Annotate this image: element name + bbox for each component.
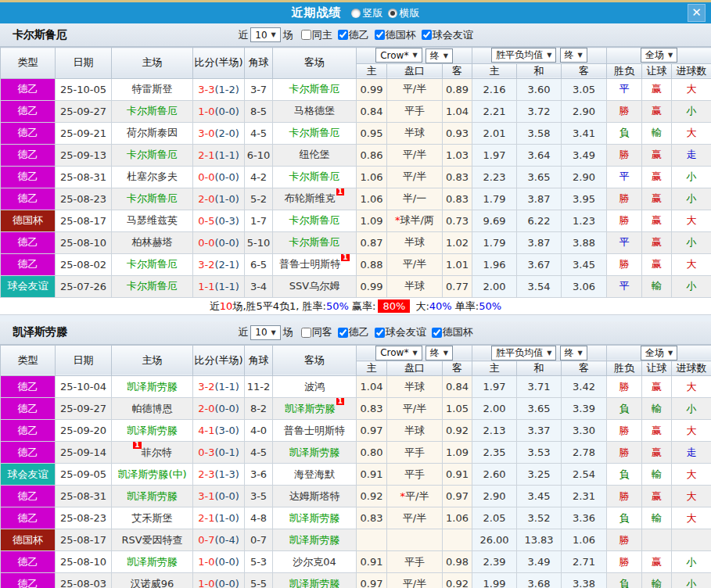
filter-checkbox[interactable] xyxy=(432,328,442,338)
mean-time-select[interactable]: 终▼ xyxy=(560,48,587,63)
filter-checkbox-label: 同主 xyxy=(312,28,332,42)
odds-away: 1.06 xyxy=(443,507,472,529)
result-outcome: 勝 xyxy=(607,551,642,573)
layout-radio[interactable] xyxy=(388,9,397,18)
result-outcome: 勝 xyxy=(607,100,642,122)
mean-away: 3.88 xyxy=(562,231,607,253)
team-name-text: 凯泽斯劳滕 xyxy=(289,446,340,458)
filter-checkbox-item[interactable]: 德国杯 xyxy=(426,325,473,339)
chevron-down-icon: ▼ xyxy=(668,350,673,357)
match-date: 25-08-10 xyxy=(56,231,112,253)
filter-checkbox[interactable] xyxy=(375,30,385,40)
mean-draw: 3.65 xyxy=(517,166,562,188)
odds-home: 0.97 xyxy=(357,573,387,588)
mean-away: 3.42 xyxy=(562,376,607,398)
close-icon[interactable]: ✕ xyxy=(688,4,706,22)
team-name-text: 汉诺威96 xyxy=(131,578,174,588)
summary-segment: 40% xyxy=(429,300,452,312)
odds-source-select[interactable]: Crow*▼ xyxy=(375,346,422,360)
match-row: 德乙25-08-02卡尔斯鲁厄3-2(2-1)6-5普鲁士明斯特10.88平/半… xyxy=(1,253,711,275)
match-row: 德乙25-08-31凯泽斯劳滕3-1(0-0)3-5达姆斯塔特0.92*平/半0… xyxy=(1,486,711,507)
odds-home: 1.09 xyxy=(357,210,387,231)
filter-checkbox-item[interactable]: 德国杯 xyxy=(369,28,416,42)
mean-time-select[interactable]: 终▼ xyxy=(560,346,587,360)
odds-source-select[interactable]: Crow*▼ xyxy=(375,48,422,63)
away-team: 普鲁士明斯特1 xyxy=(273,253,357,275)
odds-time-select[interactable]: 终▼ xyxy=(426,346,453,360)
mean-away: 3.95 xyxy=(562,188,607,210)
match-type: 德乙 xyxy=(1,253,56,275)
subcol-goals: 进球数 xyxy=(672,63,711,78)
match-row: 德乙25-09-27卡尔斯鲁厄1-0(0-0)8-5马格德堡0.84平手1.04… xyxy=(1,100,711,122)
match-row: 德乙25-08-23卡尔斯鲁厄2-0(1-0)5-2布轮斯维克11.06半/一0… xyxy=(1,188,711,210)
team-name-text: 普鲁士明斯特1 xyxy=(279,258,349,270)
result-goals: 小 xyxy=(672,100,711,122)
match-row: 德乙25-08-31杜塞尔多夫0-0(0-0)4-2卡尔斯鲁厄1.06平/半0.… xyxy=(1,166,711,188)
chevron-down-icon: ▼ xyxy=(412,350,417,357)
mean-draw: 3.45 xyxy=(517,486,562,507)
match-count-select[interactable]: 10▼ xyxy=(250,27,280,42)
team-name-text: 马瑟维兹英 xyxy=(127,214,178,226)
filter-checkbox-item[interactable]: 德乙 xyxy=(332,28,369,42)
away-team: 达姆斯塔特 xyxy=(273,486,357,507)
odds-handicap: 平/半 xyxy=(387,144,443,166)
team-name-text: 特雷斯登 xyxy=(132,83,173,95)
filter-checkbox-item[interactable]: 同主 xyxy=(296,28,332,42)
filter-checkbox[interactable] xyxy=(301,328,311,338)
result-outcome: 勝 xyxy=(607,486,642,507)
filter-checkbox-item[interactable]: 德乙 xyxy=(332,325,369,339)
match-date: 25-09-13 xyxy=(56,144,112,166)
layout-radio[interactable] xyxy=(351,9,361,18)
match-row: 德乙25-08-10柏林赫塔0-0(0-0)5-10卡尔斯鲁厄0.87半球1.0… xyxy=(1,231,711,253)
filter-checkbox-item[interactable]: 同客 xyxy=(296,325,332,339)
odds-home: 0.87 xyxy=(357,231,387,253)
near-label: 近 xyxy=(238,28,248,42)
mean-draw: 13.83 xyxy=(517,529,562,551)
titlebar: 近期战绩 竖版横版 ✕ xyxy=(0,2,711,23)
result-outcome: 勝 xyxy=(607,529,642,551)
score: 3-3(1-2) xyxy=(193,78,245,100)
result-outcome: 負 xyxy=(607,464,642,486)
filter-checkbox-item[interactable]: 球会友谊 xyxy=(369,325,426,339)
period-select[interactable]: 全场▼ xyxy=(641,48,677,63)
match-row: 德乙25-10-04凯泽斯劳滕3-2(1-1)11-2波鸿1.04半球0.841… xyxy=(1,376,711,398)
filter-checkbox[interactable] xyxy=(422,30,432,40)
filter-checkbox[interactable] xyxy=(301,30,311,40)
odds-handicap: 平/半 xyxy=(387,253,443,275)
result-outcome: 負 xyxy=(607,507,642,529)
mean-draw: 3.72 xyxy=(517,100,562,122)
match-count-select[interactable]: 10▼ xyxy=(250,325,280,340)
team-name-text: 卡尔斯鲁厄 xyxy=(289,83,340,95)
away-team: 卡尔斯鲁厄 xyxy=(273,122,357,144)
col-header-type: 类型 xyxy=(1,345,56,376)
corners: 4-2 xyxy=(245,166,273,188)
score: 0-0(0-0) xyxy=(193,166,245,188)
result-outcome: 負 xyxy=(607,398,642,420)
away-team: 海登海默 xyxy=(273,464,357,486)
home-team: 卡尔斯鲁厄 xyxy=(112,144,193,166)
home-team: RSV爱因特查 xyxy=(112,529,193,551)
odds-handicap: 平/半 xyxy=(387,507,443,529)
mean-home: 1.97 xyxy=(472,144,517,166)
away-team: 凯泽斯劳滕 xyxy=(273,529,357,551)
filter-checkbox[interactable] xyxy=(375,328,385,338)
filter-checkbox-item[interactable]: 球会友谊 xyxy=(416,28,473,42)
away-team: 沙尔克04 xyxy=(273,551,357,573)
mean-away: 2.31 xyxy=(562,486,607,507)
match-row: 德乙25-08-03汉诺威961-0(0-0)5-5凯泽斯劳滕0.97平/半0.… xyxy=(1,573,711,588)
odds-time-select[interactable]: 终▼ xyxy=(426,48,453,63)
subcol-handicap-result: 让球 xyxy=(642,63,672,78)
mean-type-select[interactable]: 胜平负均值▼ xyxy=(491,48,556,63)
score: 0-7(0-4) xyxy=(193,529,245,551)
chevron-down-icon: ▼ xyxy=(547,52,551,59)
mean-type-select[interactable]: 胜平负均值▼ xyxy=(491,346,556,360)
subcol-handicap: 盘口 xyxy=(387,361,443,376)
filter-checkbox[interactable] xyxy=(338,30,348,40)
match-date: 25-09-14 xyxy=(56,442,112,464)
mean-home: 2.23 xyxy=(472,166,517,188)
corners: 4-8 xyxy=(245,507,273,529)
period-select[interactable]: 全场▼ xyxy=(641,346,677,360)
filter-checkbox[interactable] xyxy=(338,328,348,338)
odds-away: 1.01 xyxy=(443,253,472,275)
home-team: 凯泽斯劳滕 xyxy=(112,376,193,398)
